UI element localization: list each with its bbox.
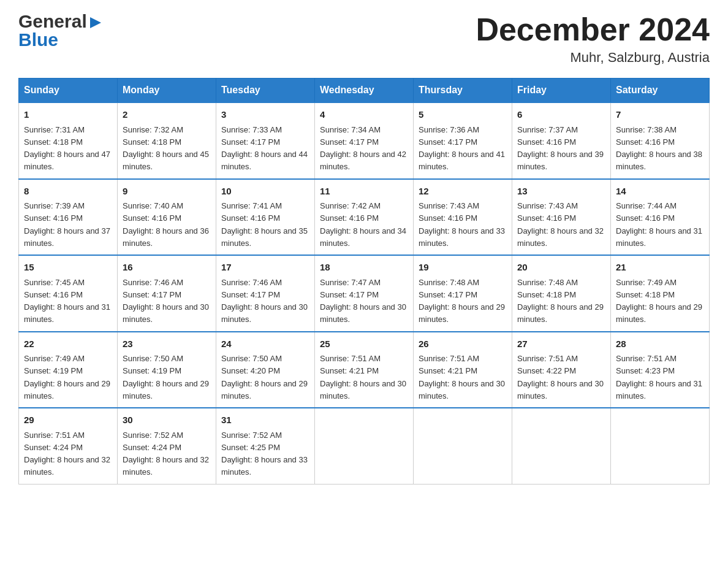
day-number: 15 [24,261,112,275]
day-number: 24 [221,337,309,351]
day-info: Sunrise: 7:31 AMSunset: 4:18 PMDaylight:… [24,125,110,172]
day-info: Sunrise: 7:49 AMSunset: 4:18 PMDaylight:… [616,278,702,324]
location-subtitle: Muhr, Salzburg, Austria [476,50,710,66]
calendar-cell: 29 Sunrise: 7:51 AMSunset: 4:24 PMDaylig… [19,408,118,484]
day-info: Sunrise: 7:51 AMSunset: 4:23 PMDaylight:… [616,354,702,400]
calendar-cell: 9 Sunrise: 7:40 AMSunset: 4:16 PMDayligh… [118,179,216,256]
calendar-cell: 17 Sunrise: 7:46 AMSunset: 4:17 PMDaylig… [216,255,315,332]
calendar-week-row: 29 Sunrise: 7:51 AMSunset: 4:24 PMDaylig… [19,408,710,484]
calendar-cell: 18 Sunrise: 7:47 AMSunset: 4:17 PMDaylig… [315,255,414,332]
day-info: Sunrise: 7:40 AMSunset: 4:16 PMDaylight:… [123,201,209,248]
day-info: Sunrise: 7:41 AMSunset: 4:16 PMDaylight:… [221,201,308,248]
logo-arrow-icon [89,16,102,29]
day-number: 22 [24,337,112,351]
day-number: 26 [419,337,507,351]
column-header-monday: Monday [118,79,216,103]
day-number: 11 [320,185,408,199]
day-number: 17 [221,261,309,275]
calendar-cell: 25 Sunrise: 7:51 AMSunset: 4:21 PMDaylig… [315,332,414,408]
page-header: General Blue December 2024 Muhr, Salzbur… [18,12,710,66]
calendar-cell: 31 Sunrise: 7:52 AMSunset: 4:25 PMDaylig… [216,408,315,484]
day-info: Sunrise: 7:43 AMSunset: 4:16 PMDaylight:… [419,201,505,248]
title-area: December 2024 Muhr, Salzburg, Austria [476,12,710,66]
column-header-sunday: Sunday [19,79,118,103]
calendar-cell: 11 Sunrise: 7:42 AMSunset: 4:16 PMDaylig… [315,179,414,256]
day-info: Sunrise: 7:44 AMSunset: 4:16 PMDaylight:… [616,201,702,248]
day-number: 6 [517,108,605,122]
day-number: 2 [123,108,211,122]
day-number: 1 [24,108,112,122]
column-header-friday: Friday [512,79,611,103]
day-info: Sunrise: 7:52 AMSunset: 4:24 PMDaylight:… [123,431,209,477]
calendar-cell: 22 Sunrise: 7:49 AMSunset: 4:19 PMDaylig… [19,332,118,408]
day-number: 25 [320,337,408,351]
calendar-cell [611,408,710,484]
day-info: Sunrise: 7:46 AMSunset: 4:17 PMDaylight:… [123,278,209,324]
day-info: Sunrise: 7:52 AMSunset: 4:25 PMDaylight:… [221,431,308,477]
day-number: 31 [221,413,309,427]
calendar-cell: 10 Sunrise: 7:41 AMSunset: 4:16 PMDaylig… [216,179,315,256]
calendar-cell: 12 Sunrise: 7:43 AMSunset: 4:16 PMDaylig… [414,179,512,256]
day-number: 3 [221,108,309,122]
column-header-thursday: Thursday [414,79,512,103]
day-info: Sunrise: 7:48 AMSunset: 4:18 PMDaylight:… [517,278,604,324]
day-info: Sunrise: 7:51 AMSunset: 4:24 PMDaylight:… [24,431,110,477]
column-header-saturday: Saturday [611,79,710,103]
day-number: 27 [517,337,605,351]
calendar-cell: 21 Sunrise: 7:49 AMSunset: 4:18 PMDaylig… [611,255,710,332]
day-number: 28 [616,337,704,351]
calendar-cell: 5 Sunrise: 7:36 AMSunset: 4:17 PMDayligh… [414,102,512,179]
day-number: 20 [517,261,605,275]
day-info: Sunrise: 7:34 AMSunset: 4:17 PMDaylight:… [320,125,406,172]
day-number: 18 [320,261,408,275]
logo-general-text: General [18,12,87,31]
day-number: 16 [123,261,211,275]
day-number: 21 [616,261,704,275]
day-info: Sunrise: 7:37 AMSunset: 4:16 PMDaylight:… [517,125,604,172]
logo-blue-text: Blue [18,31,102,49]
calendar-table: SundayMondayTuesdayWednesdayThursdayFrid… [18,78,710,484]
day-number: 13 [517,185,605,199]
calendar-cell [512,408,611,484]
calendar-week-row: 8 Sunrise: 7:39 AMSunset: 4:16 PMDayligh… [19,179,710,256]
calendar-header-row: SundayMondayTuesdayWednesdayThursdayFrid… [19,79,710,103]
calendar-cell: 4 Sunrise: 7:34 AMSunset: 4:17 PMDayligh… [315,102,414,179]
calendar-week-row: 22 Sunrise: 7:49 AMSunset: 4:19 PMDaylig… [19,332,710,408]
day-number: 12 [419,185,507,199]
calendar-cell: 20 Sunrise: 7:48 AMSunset: 4:18 PMDaylig… [512,255,611,332]
day-number: 30 [123,413,211,427]
svg-marker-0 [90,17,101,28]
day-info: Sunrise: 7:33 AMSunset: 4:17 PMDaylight:… [221,125,308,172]
calendar-cell: 7 Sunrise: 7:38 AMSunset: 4:16 PMDayligh… [611,102,710,179]
day-info: Sunrise: 7:43 AMSunset: 4:16 PMDaylight:… [517,201,604,248]
day-number: 14 [616,185,704,199]
day-info: Sunrise: 7:45 AMSunset: 4:16 PMDaylight:… [24,278,110,324]
day-info: Sunrise: 7:32 AMSunset: 4:18 PMDaylight:… [123,125,209,172]
calendar-cell: 15 Sunrise: 7:45 AMSunset: 4:16 PMDaylig… [19,255,118,332]
day-info: Sunrise: 7:50 AMSunset: 4:20 PMDaylight:… [221,354,308,400]
calendar-cell: 8 Sunrise: 7:39 AMSunset: 4:16 PMDayligh… [19,179,118,256]
day-number: 19 [419,261,507,275]
calendar-cell: 13 Sunrise: 7:43 AMSunset: 4:16 PMDaylig… [512,179,611,256]
day-info: Sunrise: 7:38 AMSunset: 4:16 PMDaylight:… [616,125,702,172]
calendar-cell: 2 Sunrise: 7:32 AMSunset: 4:18 PMDayligh… [118,102,216,179]
day-number: 4 [320,108,408,122]
month-year-title: December 2024 [476,12,710,47]
day-number: 23 [123,337,211,351]
day-info: Sunrise: 7:39 AMSunset: 4:16 PMDaylight:… [24,201,110,248]
day-number: 7 [616,108,704,122]
calendar-cell: 16 Sunrise: 7:46 AMSunset: 4:17 PMDaylig… [118,255,216,332]
calendar-cell: 1 Sunrise: 7:31 AMSunset: 4:18 PMDayligh… [19,102,118,179]
day-number: 9 [123,185,211,199]
day-info: Sunrise: 7:48 AMSunset: 4:17 PMDaylight:… [419,278,505,324]
day-info: Sunrise: 7:51 AMSunset: 4:21 PMDaylight:… [320,354,406,400]
calendar-cell: 19 Sunrise: 7:48 AMSunset: 4:17 PMDaylig… [414,255,512,332]
column-header-wednesday: Wednesday [315,79,414,103]
calendar-cell: 3 Sunrise: 7:33 AMSunset: 4:17 PMDayligh… [216,102,315,179]
day-info: Sunrise: 7:42 AMSunset: 4:16 PMDaylight:… [320,201,406,248]
day-number: 5 [419,108,507,122]
day-info: Sunrise: 7:51 AMSunset: 4:21 PMDaylight:… [419,354,505,400]
day-info: Sunrise: 7:51 AMSunset: 4:22 PMDaylight:… [517,354,604,400]
calendar-cell: 28 Sunrise: 7:51 AMSunset: 4:23 PMDaylig… [611,332,710,408]
day-info: Sunrise: 7:46 AMSunset: 4:17 PMDaylight:… [221,278,308,324]
